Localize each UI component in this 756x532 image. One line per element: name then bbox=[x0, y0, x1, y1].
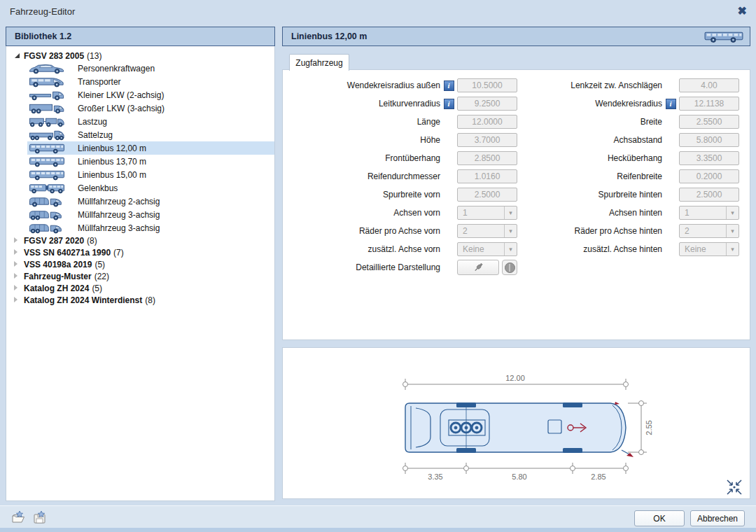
expander-closed-icon[interactable] bbox=[13, 285, 20, 291]
tree-item-linienbus-12[interactable]: Linienbus 12,00 m bbox=[27, 141, 274, 155]
category-count: (8) bbox=[145, 295, 155, 305]
detailed-display-toggle-button[interactable] bbox=[502, 260, 517, 275]
field-label: Hecküberhang bbox=[505, 153, 662, 163]
tree-item-lastzug[interactable]: Lastzug bbox=[27, 115, 274, 128]
save-favorite-button[interactable] bbox=[31, 510, 48, 525]
lenkzeit-input[interactable]: 4.00 bbox=[679, 78, 739, 92]
reifenbreite-input[interactable]: 0.2000 bbox=[679, 169, 739, 183]
tree-item-linienbus-15[interactable]: Linienbus 15,00 m bbox=[27, 168, 274, 181]
chevron-down-icon: ▾ bbox=[726, 206, 738, 219]
vehicle-label: Müllfahrzeug 3-achsig bbox=[78, 223, 160, 233]
tree-item-linienbus-13-70[interactable]: Linienbus 13,70 m bbox=[27, 155, 274, 168]
tree-item-transporter[interactable]: Transporter bbox=[27, 75, 274, 88]
field-label: Lenkzeit zw. Anschlägen bbox=[505, 80, 662, 90]
select-value: Keine bbox=[685, 244, 706, 254]
car-icon bbox=[27, 62, 66, 74]
info-icon[interactable]: i bbox=[444, 80, 454, 91]
tree-category-katalog-zh-winterdienst[interactable]: Katalog ZH 2024 Winterdienst (8) bbox=[6, 294, 274, 306]
achsen-hinten-select[interactable]: 1 ▾ bbox=[679, 206, 739, 220]
vehicle-label: Müllfahrzeug 2-achsig bbox=[78, 197, 160, 206]
tree-item-personenkraftwagen[interactable]: Personenkraftwagen bbox=[27, 62, 274, 75]
info-icon[interactable]: i bbox=[666, 99, 676, 109]
achsabstand-input[interactable]: 5.8000 bbox=[679, 133, 739, 147]
bus-icon bbox=[704, 29, 744, 43]
vehicle-label: Lastzug bbox=[78, 117, 107, 127]
vehicle-header-label: Linienbus 12,00 m bbox=[291, 31, 367, 41]
open-library-button[interactable] bbox=[10, 510, 27, 525]
expander-closed-icon[interactable] bbox=[13, 249, 20, 255]
vehicle-panel-header: Linienbus 12,00 m bbox=[282, 27, 750, 46]
window-title: Fahrzeug-Editor bbox=[10, 6, 75, 17]
field-label: Achsen vorn bbox=[283, 208, 440, 218]
tree-item-kleiner-lkw[interactable]: Kleiner LKW (2-achsig) bbox=[27, 88, 274, 102]
chevron-down-icon: ▾ bbox=[726, 225, 738, 237]
heckueberhang-input[interactable]: 3.3500 bbox=[679, 151, 739, 165]
tree-category-katalog-zh-2024[interactable]: Katalog ZH 2024 (5) bbox=[6, 282, 274, 294]
vehicle-form-panel: Wendekreisradius außen i 10.5000 Leitkur… bbox=[282, 69, 750, 340]
toggle-off-icon bbox=[505, 262, 515, 273]
select-value: Keine bbox=[463, 244, 484, 254]
expander-closed-icon[interactable] bbox=[13, 237, 20, 244]
field-label: Höhe bbox=[283, 135, 440, 145]
form-row: zusätzl. Achse hinten Keine ▾ bbox=[505, 241, 739, 257]
vehicle-diagram-panel: 12.00 bbox=[282, 347, 750, 499]
dim-front-overhang: 2.85 bbox=[591, 472, 606, 481]
form-row: Frontüberhang 2.8500 bbox=[283, 150, 517, 166]
cancel-button[interactable]: Abbrechen bbox=[690, 510, 745, 526]
vehicle-label: Transporter bbox=[78, 77, 121, 87]
category-label: Katalog ZH 2024 Winterdienst bbox=[24, 295, 142, 305]
info-icon[interactable]: i bbox=[444, 99, 454, 109]
fit-to-view-icon[interactable] bbox=[727, 480, 741, 494]
spurbreite-hinten-input[interactable]: 2.5000 bbox=[679, 188, 739, 202]
tree-item-sattelzug[interactable]: Sattelzug bbox=[27, 128, 274, 141]
articulated-bus-icon bbox=[27, 182, 66, 194]
tree-category-fgsv-283-2005[interactable]: FGSV 283 2005 (13) bbox=[6, 50, 274, 62]
tree-item-muellfahrzeug-3b[interactable]: Müllfahrzeug 3-achsig bbox=[27, 221, 274, 234]
form-row: Hecküberhang 3.3500 bbox=[505, 150, 739, 166]
form-row: Wendekreisradius außen i 10.5000 bbox=[283, 78, 517, 93]
vehicle-label: Kleiner LKW (2-achsig) bbox=[78, 90, 164, 100]
raeder-pro-achse-hinten-select[interactable]: 2 ▾ bbox=[679, 224, 739, 238]
tree-category-fgsv-287-2020[interactable]: FGSV 287 2020 (8) bbox=[6, 234, 274, 246]
pick-detailed-display-button[interactable] bbox=[457, 260, 499, 275]
garbage-truck-icon bbox=[27, 195, 66, 207]
select-value: 1 bbox=[463, 208, 468, 218]
star-icon bbox=[16, 511, 22, 517]
dim-vehicle-width: 2.55 bbox=[645, 420, 653, 435]
field-label: Achsen hinten bbox=[505, 208, 662, 218]
tab-zugfahrzeug[interactable]: Zugfahrzeug bbox=[289, 54, 349, 71]
field-label: Länge bbox=[283, 117, 440, 127]
close-icon[interactable]: ✖ bbox=[738, 5, 747, 18]
tree-category-vss-sn-640271a[interactable]: VSS SN 640271a 1990 (7) bbox=[6, 246, 274, 258]
field-label: zusätzl. Achse hinten bbox=[505, 244, 662, 254]
vehicle-label: Sattelzug bbox=[78, 130, 113, 140]
garbage-truck-icon bbox=[27, 209, 66, 220]
tree-item-gelenkbus[interactable]: Gelenkbus bbox=[27, 181, 274, 195]
form-row: Breite 2.5500 bbox=[505, 114, 739, 130]
tree-category-vss-40198a[interactable]: VSS 40198a 2019 (5) bbox=[6, 258, 274, 270]
expander-open-icon[interactable] bbox=[13, 52, 20, 59]
bus-top-view-diagram: 12.00 bbox=[283, 348, 750, 498]
form-row: Lenkzeit zw. Anschlägen 4.00 bbox=[505, 78, 739, 93]
library-panel-header: Bibliothek 1.2 bbox=[6, 27, 275, 46]
breite-input[interactable]: 2.5500 bbox=[679, 115, 739, 129]
bus-icon bbox=[27, 155, 66, 167]
van-icon bbox=[27, 76, 66, 88]
tree-item-grosser-lkw[interactable]: Großer LKW (3-achsig) bbox=[27, 102, 274, 115]
zusaetzl-achse-hinten-select[interactable]: Keine ▾ bbox=[679, 242, 739, 256]
form-row: Spurbreite vorn 2.5000 bbox=[283, 187, 517, 202]
expander-closed-icon[interactable] bbox=[13, 261, 20, 267]
wendekreisradius-input[interactable]: 12.1138 bbox=[679, 97, 739, 111]
tree-category-fahrzeug-muster[interactable]: Fahrzeug-Muster (22) bbox=[6, 270, 274, 282]
ok-button[interactable]: OK bbox=[634, 510, 685, 526]
tree-item-muellfahrzeug-2[interactable]: Müllfahrzeug 2-achsig bbox=[27, 195, 274, 208]
expander-closed-icon[interactable] bbox=[13, 297, 20, 303]
category-label: FGSV 287 2020 bbox=[24, 236, 84, 246]
chevron-down-icon: ▾ bbox=[726, 243, 738, 255]
tree-item-muellfahrzeug-3a[interactable]: Müllfahrzeug 3-achsig bbox=[27, 208, 274, 221]
eyedropper-icon bbox=[472, 261, 484, 274]
vehicle-label: Linienbus 15,00 m bbox=[78, 170, 146, 180]
truck-trailer-icon bbox=[27, 115, 66, 127]
garbage-truck-icon bbox=[27, 222, 66, 234]
expander-closed-icon[interactable] bbox=[13, 273, 20, 279]
